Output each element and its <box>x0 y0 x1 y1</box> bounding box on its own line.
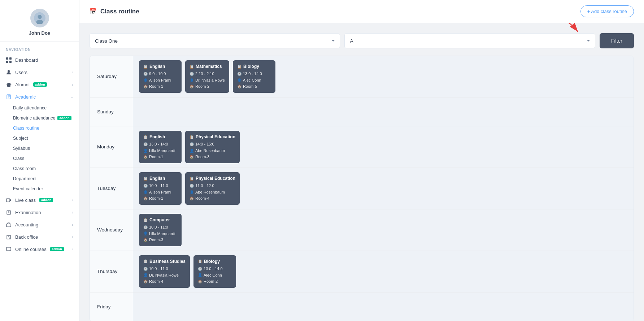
class-select[interactable]: Class One Class Two Class Three <box>90 33 340 48</box>
svg-point-1 <box>38 15 42 19</box>
sub-item-label: Biometric attendance <box>13 116 55 121</box>
sidebar-item-back-office[interactable]: Back office › <box>0 231 79 243</box>
schedule-row: Wednesday 📋 Computer 🕐 10:0 - 11:0 👤 Lil… <box>90 209 634 251</box>
class-card[interactable]: 📋 English 🕐 10:0 - 11:0 👤 Alison Frami 🏠… <box>139 172 182 205</box>
teacher-icon: 👤 <box>198 272 202 278</box>
sidebar-item-event-calender[interactable]: Event calender <box>0 184 79 194</box>
class-card[interactable]: 📋 Physical Education 🕐 14:0 - 15:0 👤 Abe… <box>185 131 240 163</box>
sidebar-item-class-routine[interactable]: Class routine <box>0 123 79 133</box>
sub-item-label: Subject <box>13 136 28 141</box>
class-card[interactable]: 📋 English 🕐 9:0 - 10:0 👤 Alison Frami 🏠 … <box>139 60 182 93</box>
schedule-row: Tuesday 📋 English 🕐 10:0 - 11:0 👤 Alison… <box>90 168 634 209</box>
class-room: 🏠 Room-3 <box>190 154 235 160</box>
teacher-icon: 👤 <box>190 78 194 83</box>
filter-button[interactable]: Filter <box>600 33 634 48</box>
addon-badge: addon <box>39 198 53 202</box>
class-card[interactable]: 📋 Biology 🕐 13:0 - 14:0 👤 Alec Conn 🏠 Ro… <box>193 255 236 288</box>
sidebar-item-online-courses[interactable]: Online courses addon › <box>0 243 79 255</box>
class-teacher: 👤 Lilla Marquardt <box>143 231 177 237</box>
subject-icon: 📋 <box>237 64 242 70</box>
class-room: 🏠 Room-2 <box>198 278 232 285</box>
class-teacher: 👤 Abe Rosenbaum <box>190 189 235 196</box>
sidebar-item-biometric-attendance[interactable]: Biometric attendance addon <box>0 113 79 123</box>
sidebar-item-syllabus[interactable]: Syllabus <box>0 143 79 153</box>
svg-rect-6 <box>9 61 12 63</box>
content-area: Class One Class Two Class Three A B C Fi… <box>79 23 644 321</box>
add-class-routine-button[interactable]: + Add class routine <box>580 5 634 17</box>
svg-rect-3 <box>6 57 8 60</box>
sub-item-label: Class <box>13 156 24 161</box>
teacher-icon: 👤 <box>143 272 148 278</box>
sidebar-item-classroom[interactable]: Class room <box>0 164 79 174</box>
classes-cell: 📋 English 🕐 13:0 - 14:0 👤 Lilla Marquard… <box>133 126 634 168</box>
page-title: Class routine <box>100 8 139 15</box>
sidebar-item-academic[interactable]: Academic ⌄ <box>0 91 79 103</box>
chevron-right-icon: › <box>72 70 73 74</box>
class-subject: 📋 English <box>143 175 177 182</box>
class-teacher: 👤 Lilla Marquardt <box>143 148 177 154</box>
room-icon: 🏠 <box>190 154 194 160</box>
svg-point-7 <box>8 70 10 72</box>
sidebar-item-dashboard[interactable]: Dashboard <box>0 54 79 66</box>
sidebar-item-daily-attendance[interactable]: Daily attendance <box>0 103 79 113</box>
chevron-right-icon: › <box>72 222 73 227</box>
clock-icon: 🕐 <box>143 266 148 272</box>
room-icon: 🏠 <box>143 279 148 285</box>
section-select[interactable]: A B C <box>344 33 595 48</box>
class-time: 🕐 11:0 - 12:0 <box>190 183 235 189</box>
class-room: 🏠 Room-3 <box>143 237 177 243</box>
svg-rect-5 <box>6 61 8 63</box>
clock-icon: 🕐 <box>190 183 194 189</box>
chevron-right-icon: › <box>72 82 73 87</box>
sidebar-item-label: Dashboard <box>15 57 38 63</box>
teacher-icon: 👤 <box>190 190 194 195</box>
sidebar-item-alumni[interactable]: Alumni addon › <box>0 78 79 91</box>
class-teacher: 👤 Alison Frami <box>143 189 177 196</box>
schedule-row: Thursday 📋 Business Studies 🕐 10:0 - 11:… <box>90 251 634 292</box>
sidebar-item-label: Users <box>15 70 27 75</box>
class-time: 🕐 9:0 - 10:0 <box>143 71 177 77</box>
clipboard-icon <box>6 209 12 215</box>
schedule-row: Monday 📋 English 🕐 13:0 - 14:0 👤 Lilla M… <box>90 126 634 168</box>
class-teacher: 👤 Alec Conn <box>237 77 271 84</box>
schedule-row: Friday <box>90 292 634 321</box>
sidebar-item-subject[interactable]: Subject <box>0 133 79 143</box>
classes-cell <box>133 97 634 126</box>
sidebar-item-examination[interactable]: Examination › <box>0 206 79 218</box>
svg-rect-21 <box>6 247 11 251</box>
schedule-row: Sunday <box>90 97 634 126</box>
svg-rect-16 <box>6 224 11 227</box>
subject-icon: 📋 <box>190 64 194 70</box>
class-card[interactable]: 📋 Mathematics 🕐 2:10 - 2:10 👤 Dr. Nyasia… <box>185 60 229 93</box>
schedule-row: Saturday 📋 English 🕐 9:0 - 10:0 👤 Alison… <box>90 56 634 97</box>
sidebar-item-accounting[interactable]: Accounting › <box>0 218 79 231</box>
clock-icon: 🕐 <box>143 142 148 147</box>
clock-icon: 🕐 <box>143 225 148 230</box>
sidebar-item-users[interactable]: Users › <box>0 66 79 78</box>
class-room: 🏠 Room-4 <box>190 195 235 202</box>
class-card[interactable]: 📋 English 🕐 13:0 - 14:0 👤 Lilla Marquard… <box>139 131 182 163</box>
sidebar-item-class[interactable]: Class <box>0 153 79 164</box>
addon-badge: addon <box>50 247 64 251</box>
sidebar-item-label: Academic <box>15 94 36 100</box>
chevron-right-icon: › <box>72 210 73 214</box>
sidebar-item-live-class[interactable]: Live class addon › <box>0 194 79 206</box>
class-card[interactable]: 📋 Biology 🕐 13:0 - 14:0 👤 Alec Conn 🏠 Ro… <box>233 60 275 93</box>
class-teacher: 👤 Dr. Nyasia Rowe <box>190 77 225 84</box>
sidebar-item-label: Live class <box>15 198 36 203</box>
class-subject: 📋 Mathematics <box>190 63 225 70</box>
class-card[interactable]: 📋 Computer 🕐 10:0 - 11:0 👤 Lilla Marquar… <box>139 214 182 246</box>
class-teacher: 👤 Abe Rosenbaum <box>190 148 235 154</box>
sidebar-item-department[interactable]: Department <box>0 174 79 184</box>
teacher-icon: 👤 <box>143 148 148 154</box>
calendar-icon: 📅 <box>90 8 97 15</box>
chevron-right-icon: › <box>72 235 73 239</box>
subject-icon: 📋 <box>143 176 148 182</box>
class-card[interactable]: 📋 Business Studies 🕐 10:0 - 11:0 👤 Dr. N… <box>139 255 190 288</box>
sub-item-label: Department <box>13 176 36 181</box>
class-card[interactable]: 📋 Physical Education 🕐 11:0 - 12:0 👤 Abe… <box>185 172 240 205</box>
clock-icon: 🕐 <box>143 71 148 77</box>
class-subject: 📋 Physical Education <box>190 175 235 182</box>
class-time: 🕐 13:0 - 14:0 <box>198 266 232 272</box>
book-icon <box>6 94 12 100</box>
